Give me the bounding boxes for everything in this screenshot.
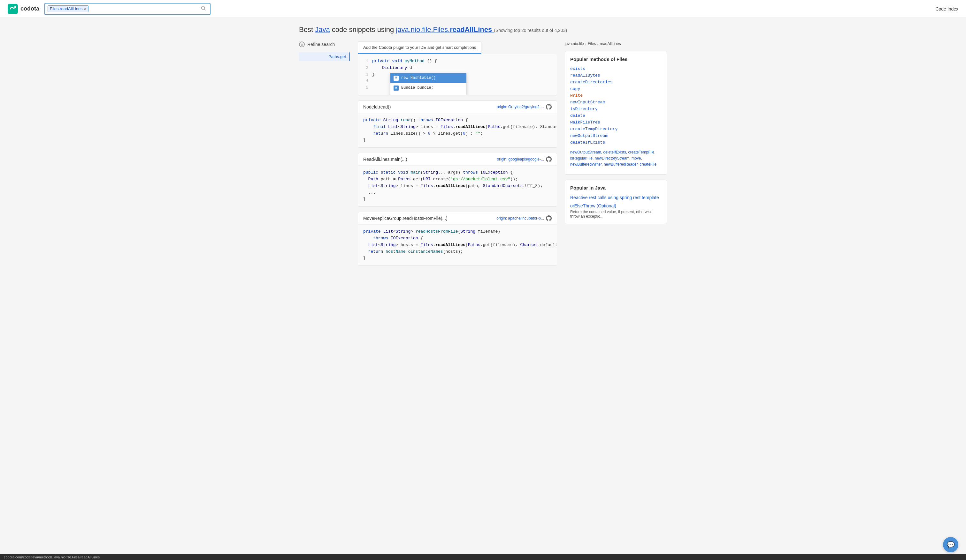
popular-methods-title: Popular methods of Files xyxy=(570,56,662,62)
ac-suggestion-text: bundle.getHeaders() xyxy=(398,95,442,95)
popular-article-link-1[interactable]: orElseThrow (Optional) xyxy=(570,203,616,208)
origin-link-2[interactable]: origin: googleapis/google-... xyxy=(497,157,544,162)
ac-method-icon: M xyxy=(394,85,399,91)
search-bar[interactable]: Files.readAllLines × xyxy=(44,3,210,15)
code-card-origin-1: origin: Graylog2/graylog2-... xyxy=(497,104,552,110)
code-line: return lines.size() > 0 ? lines.get(0) :… xyxy=(363,131,552,137)
code-card-origin-2: origin: googleapis/google-... xyxy=(497,156,552,162)
breadcrumb-sep2: › xyxy=(597,41,598,46)
ide-banner[interactable]: Add the Codota plugin to your IDE and ge… xyxy=(358,41,481,54)
code-line: List<String> lines = Files.readAllLines(… xyxy=(363,183,552,190)
header: codota Files.readAllLines × Code Index xyxy=(0,0,966,18)
breadcrumb-part2[interactable]: Files xyxy=(588,41,596,46)
logo[interactable]: codota xyxy=(8,4,39,14)
title-prefix: Best xyxy=(299,26,313,33)
link-newDirectoryStream[interactable]: newDirectoryStream xyxy=(595,156,629,160)
code-card-header-1: NodeId.read() origin: Graylog2/graylog2-… xyxy=(358,101,557,113)
method-item-delete[interactable]: delete xyxy=(570,113,662,118)
autocomplete-item-1[interactable]: M Bundle bundle; xyxy=(390,83,467,93)
svg-line-3 xyxy=(204,9,206,10)
github-icon-3[interactable] xyxy=(546,215,552,221)
method-item-walkFileTree[interactable]: walkFileTree xyxy=(570,120,662,125)
code-card-origin-3: origin: apache/incubator-p... xyxy=(496,215,552,221)
autocomplete-item-0[interactable]: M new Hashtable() xyxy=(390,73,467,83)
autocomplete-item-2[interactable]: bundle.getHeaders() xyxy=(390,93,467,95)
method-item-deleteIfExists[interactable]: deleteIfExists xyxy=(570,140,662,145)
code-index-link[interactable]: Code Index xyxy=(935,7,958,11)
link-deleteIfExists[interactable]: deleteIfExists xyxy=(603,150,626,154)
header-left: codota Files.readAllLines × xyxy=(8,3,210,15)
code-card-title-1: NodeId.read() xyxy=(363,104,391,110)
method-item-readAllBytes[interactable]: readAllBytes xyxy=(570,73,662,78)
code-card-header-3: MoveReplicaGroup.readHostsFromFile(...) … xyxy=(358,212,557,224)
link-newBufferedReader[interactable]: newBufferedReader xyxy=(604,162,637,167)
link-createFile[interactable]: createFile xyxy=(639,162,656,167)
code-line: Path path = Paths.get(URI.create("gs://b… xyxy=(363,176,552,183)
link-newOutputStream[interactable]: newOutputStream xyxy=(570,150,601,154)
popular-java-title: Popular in Java xyxy=(570,185,662,190)
result-count: (Showing top 20 results out of 4,203) xyxy=(494,28,567,33)
code-card-title-2: ReadAllLines.main(...) xyxy=(363,157,407,162)
popular-java-panel: Popular in Java Reactive rest calls usin… xyxy=(565,180,667,224)
ac-suggestion-text: new Hashtable() xyxy=(401,75,436,81)
popular-article-link-0[interactable]: Reactive rest calls using spring rest te… xyxy=(570,195,659,200)
method-item-copy[interactable]: copy xyxy=(570,87,662,91)
autocomplete-popup: M new Hashtable() M Bundle bundle; bundl… xyxy=(390,73,467,95)
breadcrumb-nav: java.nio.file › Files › readAllLines xyxy=(565,41,667,46)
search-tag-text: Files.readAllLines xyxy=(50,7,83,11)
popular-links-line: newOutputStream, deleteIfExists, createT… xyxy=(570,149,662,168)
popular-methods-panel: Popular methods of Files exists readAllB… xyxy=(565,51,667,175)
refine-search[interactable]: ⊕ Refine search xyxy=(299,41,350,47)
code-line: 1 private void myMethod () { xyxy=(363,58,552,65)
code-card-title-3: MoveReplicaGroup.readHostsFromFile(...) xyxy=(363,216,448,221)
code-card-2: ReadAllLines.main(...) origin: googleapi… xyxy=(358,153,557,207)
code-line: private List<String> readHostsFromFile(S… xyxy=(363,228,552,235)
title-middle: code snippets using xyxy=(332,26,394,33)
code-card-1: NodeId.read() origin: Graylog2/graylog2-… xyxy=(358,100,557,148)
origin-link-1[interactable]: origin: Graylog2/graylog2-... xyxy=(497,105,544,109)
code-line: } xyxy=(363,255,552,262)
origin-link-3[interactable]: origin: apache/incubator-p... xyxy=(496,216,544,221)
search-input[interactable] xyxy=(90,7,198,11)
left-sidebar: ⊕ Refine search Paths.get xyxy=(299,41,350,271)
search-button[interactable] xyxy=(200,5,207,13)
svg-point-1 xyxy=(15,6,16,8)
refine-icon: ⊕ xyxy=(299,41,305,47)
popular-links-section: newOutputStream, deleteIfExists, createT… xyxy=(570,149,662,168)
logo-text: codota xyxy=(20,5,39,12)
link-newBufferedWriter[interactable]: newBufferedWriter xyxy=(570,162,601,167)
github-icon-1[interactable] xyxy=(546,104,552,110)
method-item-newInputStream[interactable]: newInputStream xyxy=(570,100,662,105)
breadcrumb-part1[interactable]: java.nio.file xyxy=(565,41,584,46)
refine-label: Refine search xyxy=(307,42,335,47)
method-item-write[interactable]: write xyxy=(570,93,662,98)
language-link[interactable]: Java xyxy=(315,26,330,33)
search-tag[interactable]: Files.readAllLines × xyxy=(48,5,89,12)
link-move[interactable]: move xyxy=(632,156,641,160)
code-card-0: 1 private void myMethod () { 2 Dictionar… xyxy=(358,54,557,95)
link-isRegularFile[interactable]: isRegularFile xyxy=(570,156,593,160)
github-icon-2[interactable] xyxy=(546,156,552,162)
main-content: Best Java code snippets using java.nio.f… xyxy=(291,18,675,271)
content-layout: ⊕ Refine search Paths.get Add the Codota… xyxy=(299,41,667,271)
method-item-newOutputStream[interactable]: newOutputStream xyxy=(570,133,662,138)
method-item-isDirectory[interactable]: isDirectory xyxy=(570,106,662,111)
ac-suggestion-text: Bundle bundle; xyxy=(401,85,434,91)
search-tag-close-icon[interactable]: × xyxy=(84,7,86,11)
code-block-0: 1 private void myMethod () { 2 Dictionar… xyxy=(358,54,557,95)
method-item-exists[interactable]: exists xyxy=(570,66,662,71)
popular-java-item-1: orElseThrow (Optional) Return the contai… xyxy=(570,203,662,219)
center-content: Add the Codota plugin to your IDE and ge… xyxy=(358,41,557,271)
code-block-1: private String read() throws IOException… xyxy=(358,113,557,147)
ac-method-icon: M xyxy=(394,75,399,81)
method-item-createDirectories[interactable]: createDirectories xyxy=(570,80,662,85)
code-line: private String read() throws IOException… xyxy=(363,117,552,124)
code-line: final List<String> lines = Files.readAll… xyxy=(363,124,552,131)
sidebar-filter-paths-get[interactable]: Paths.get xyxy=(299,52,350,61)
sidebar-filter-label: Paths.get xyxy=(329,54,346,59)
popular-java-item-0: Reactive rest calls using spring rest te… xyxy=(570,195,662,200)
class-path-link[interactable]: java.nio.file.Files.readAllLines xyxy=(396,26,494,33)
code-line: 2 Dictionary d = xyxy=(363,65,552,72)
link-createTempFile[interactable]: createTempFile xyxy=(628,150,654,154)
method-item-createTempDirectory[interactable]: createTempDirectory xyxy=(570,127,662,131)
